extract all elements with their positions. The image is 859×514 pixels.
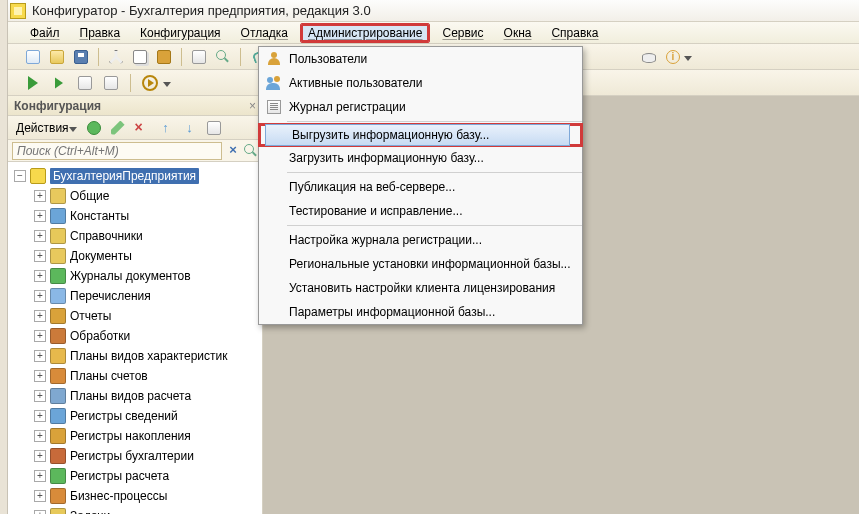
actions-dropdown[interactable]: Действия [12, 119, 81, 137]
node-icon [50, 448, 66, 464]
list-icon [78, 76, 92, 90]
save-button[interactable] [70, 46, 92, 68]
expand-icon[interactable] [34, 330, 46, 342]
expand-icon[interactable] [34, 430, 46, 442]
db-button[interactable] [638, 46, 660, 68]
expand-icon[interactable] [34, 210, 46, 222]
menu-load-db[interactable]: Загрузить информационную базу... [259, 146, 582, 170]
menu-users[interactable]: Пользователи [259, 47, 582, 71]
chevron-down-icon[interactable] [163, 79, 171, 87]
up-button[interactable]: ↑ [155, 117, 177, 139]
debug-play-icon [142, 75, 158, 91]
menu-service[interactable]: Сервис [434, 23, 491, 43]
tree-item[interactable]: Документы [8, 246, 262, 266]
menu-unload-db[interactable]: Выгрузить информационную базу... [258, 123, 583, 147]
tree-item-label: Планы видов расчета [70, 389, 191, 403]
tree-item[interactable]: Регистры расчета [8, 466, 262, 486]
menu-windows[interactable]: Окна [496, 23, 540, 43]
paste-button[interactable] [153, 46, 175, 68]
tree-item[interactable]: Планы видов расчета [8, 386, 262, 406]
expand-icon[interactable] [34, 230, 46, 242]
toolbar-separator [240, 48, 241, 66]
tree-root[interactable]: БухгалтерияПредприятия [8, 166, 262, 186]
tree-item[interactable]: Отчеты [8, 306, 262, 326]
tree-item[interactable]: Журналы документов [8, 266, 262, 286]
tree-item[interactable]: Регистры сведений [8, 406, 262, 426]
toolbar-btn[interactable] [100, 72, 122, 94]
close-sidebar-button[interactable]: × [249, 99, 256, 113]
run2-button[interactable] [48, 72, 70, 94]
tree-item[interactable]: Обработки [8, 326, 262, 346]
delete-button[interactable]: × [131, 117, 153, 139]
menu-test[interactable]: Тестирование и исправление... [259, 199, 582, 223]
expand-icon[interactable] [34, 410, 46, 422]
menu-license[interactable]: Установить настройки клиента лицензирова… [259, 276, 582, 300]
down-button[interactable]: ↓ [179, 117, 201, 139]
menu-item-label: Активные пользователи [285, 76, 572, 90]
menu-config[interactable]: Конфигурация [132, 23, 229, 43]
menu-edit[interactable]: Правка [72, 23, 129, 43]
menu-separator [287, 225, 582, 226]
expand-icon[interactable] [34, 370, 46, 382]
menu-help[interactable]: Справка [543, 23, 606, 43]
node-icon [50, 388, 66, 404]
tree-item-label: Бизнес-процессы [70, 489, 167, 503]
expand-icon[interactable] [34, 450, 46, 462]
expand-icon[interactable] [34, 310, 46, 322]
collapse-icon[interactable] [14, 170, 26, 182]
clear-search-button[interactable]: × [226, 144, 240, 158]
menu-params[interactable]: Параметры информационной базы... [259, 300, 582, 324]
tree-item[interactable]: Регистры накопления [8, 426, 262, 446]
cut-button[interactable] [105, 46, 127, 68]
search-icon[interactable] [244, 144, 258, 158]
search-input[interactable] [12, 142, 222, 160]
find-button[interactable] [212, 46, 234, 68]
menu-regional[interactable]: Региональные установки информационной ба… [259, 252, 582, 276]
chevron-down-icon[interactable] [684, 53, 692, 61]
expand-icon[interactable] [34, 270, 46, 282]
tree-item[interactable]: Бизнес-процессы [8, 486, 262, 506]
tree-item-label: Журналы документов [70, 269, 191, 283]
open-button[interactable] [46, 46, 68, 68]
tree-item[interactable]: Планы видов характеристик [8, 346, 262, 366]
expand-icon[interactable] [34, 190, 46, 202]
expand-icon[interactable] [34, 470, 46, 482]
tree-item-label: Планы счетов [70, 369, 148, 383]
expand-icon[interactable] [34, 350, 46, 362]
run-debug-button[interactable] [139, 72, 161, 94]
expand-icon[interactable] [34, 290, 46, 302]
tree-item[interactable]: Задачи [8, 506, 262, 514]
menu-debug[interactable]: Отладка [233, 23, 296, 43]
folder-icon [50, 50, 64, 64]
menu-active-users[interactable]: Активные пользователи [259, 71, 582, 95]
chevron-down-icon [69, 124, 77, 132]
menu-file[interactable]: Файл [22, 23, 68, 43]
tree-item-label: Планы видов характеристик [70, 349, 227, 363]
run-button[interactable] [22, 72, 44, 94]
menu-admin[interactable]: Администрирование [300, 23, 430, 43]
tree-item[interactable]: Планы счетов [8, 366, 262, 386]
expand-icon[interactable] [34, 490, 46, 502]
copy-button[interactable] [129, 46, 151, 68]
tree-item[interactable]: Регистры бухгалтерии [8, 446, 262, 466]
tree-item[interactable]: Константы [8, 206, 262, 226]
search-icon [216, 50, 230, 64]
tree-item[interactable]: Общие [8, 186, 262, 206]
sort-button[interactable] [203, 117, 225, 139]
expand-icon[interactable] [34, 510, 46, 514]
sidebar-toolbar: Действия × ↑ ↓ [8, 116, 262, 140]
expand-icon[interactable] [34, 390, 46, 402]
compare-button[interactable] [188, 46, 210, 68]
tree-item[interactable]: Перечисления [8, 286, 262, 306]
new-button[interactable] [22, 46, 44, 68]
config-root-icon [30, 168, 46, 184]
expand-icon[interactable] [34, 250, 46, 262]
info-button[interactable]: i [662, 46, 684, 68]
tree-item[interactable]: Справочники [8, 226, 262, 246]
menu-journal-settings[interactable]: Настройка журнала регистрации... [259, 228, 582, 252]
edit-button[interactable] [107, 117, 129, 139]
menu-publish[interactable]: Публикация на веб-сервере... [259, 175, 582, 199]
toolbar-btn[interactable] [74, 72, 96, 94]
menu-reg-journal[interactable]: Журнал регистрации [259, 95, 582, 119]
add-button[interactable] [83, 117, 105, 139]
